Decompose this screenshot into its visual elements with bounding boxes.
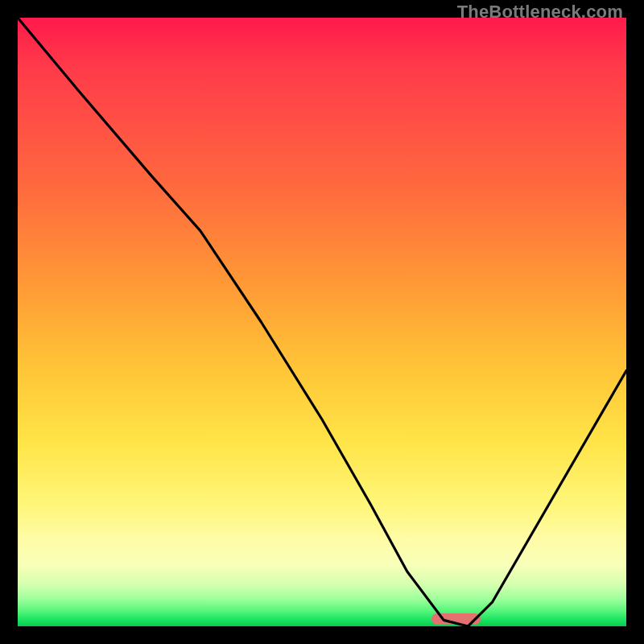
chart-frame	[18, 18, 626, 626]
plot-area	[18, 18, 626, 626]
bottleneck-curve	[18, 18, 626, 626]
curve-path	[18, 18, 626, 626]
